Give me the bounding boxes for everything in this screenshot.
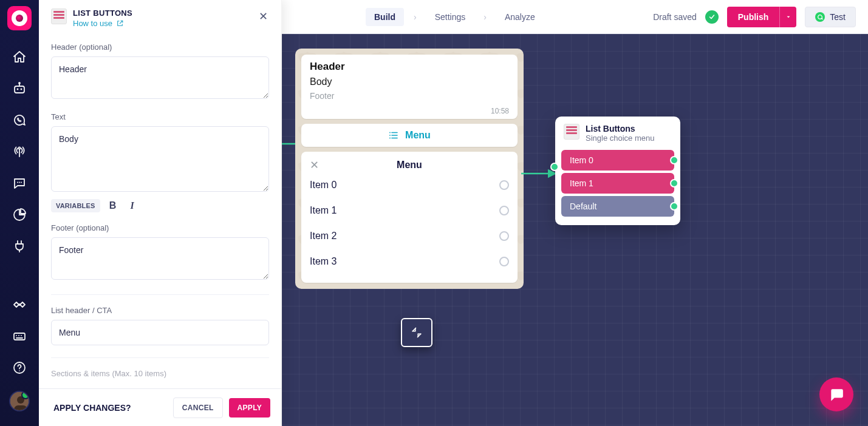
svg-point-17 (389, 138, 391, 139)
bold-button[interactable]: B (106, 199, 120, 212)
header-input[interactable] (51, 56, 269, 99)
publish-button[interactable]: Publish (727, 7, 780, 27)
saved-check-icon (705, 10, 719, 24)
collapse-preview-button[interactable] (401, 318, 432, 347)
node-option-label: Item 0 (570, 155, 593, 165)
node-option-label: Item 1 (570, 178, 593, 188)
italic-button[interactable]: I (126, 199, 139, 212)
preview-body: Body (310, 76, 509, 87)
tab-settings[interactable]: Settings (426, 8, 474, 26)
radio-icon (499, 231, 509, 241)
node-title: List Buttons (586, 124, 654, 134)
text-label: Text (51, 112, 269, 121)
message-bubble: Header Body Footer 10:58 (301, 55, 518, 119)
test-button[interactable]: Test (805, 7, 856, 27)
node-output-port[interactable] (670, 156, 678, 164)
whatsapp-icon[interactable] (11, 112, 28, 129)
sections-label: Sections & items (Max. 10 items) (51, 369, 269, 378)
support-chat-button[interactable] (819, 377, 853, 411)
header-label: Header (optional) (51, 42, 269, 52)
user-avatar[interactable] (9, 391, 30, 411)
preview-timestamp: 10:58 (310, 107, 509, 115)
close-panel-button[interactable]: ✕ (256, 8, 270, 24)
list-item[interactable]: Item 1 (310, 198, 509, 223)
text-toolbar: VARIABLES B I (51, 199, 269, 212)
apply-changes-label: APPLY CHANGES? (53, 403, 131, 413)
whatsapp-badge-icon (815, 12, 825, 22)
analytics-icon[interactable] (11, 206, 28, 223)
node-input-port[interactable] (550, 163, 559, 171)
list-item[interactable]: Item 2 (310, 223, 509, 249)
preview-menu-sheet: ✕ Menu Item 0 Item 1 Item 2 Item 3 (301, 152, 518, 283)
svg-point-2 (21, 89, 22, 90)
compress-icon (411, 327, 422, 338)
text-input[interactable] (51, 126, 269, 192)
svg-point-7 (21, 182, 22, 183)
radio-icon (499, 206, 509, 215)
brand-logo[interactable] (7, 6, 32, 30)
list-item[interactable]: Item 3 (310, 249, 509, 274)
svg-point-16 (389, 135, 391, 136)
whatsapp-preview: Header Body Footer 10:58 Menu ✕ Menu Ite… (295, 49, 524, 289)
svg-rect-0 (15, 86, 24, 93)
preview-menu-button[interactable]: Menu (301, 124, 518, 147)
list-item[interactable]: Item 0 (310, 172, 509, 198)
svg-point-15 (389, 132, 391, 134)
node-output-port[interactable] (670, 202, 678, 211)
panel-body: Header (optional) Text VARIABLES B I Foo… (39, 34, 281, 388)
canvas[interactable]: Header Body Footer 10:58 Menu ✕ Menu Ite… (282, 34, 868, 426)
footer-input[interactable] (51, 237, 269, 280)
svg-point-12 (17, 396, 24, 404)
preview-menu-label: Menu (405, 130, 431, 141)
block-type-icon (51, 8, 67, 24)
integrations-icon[interactable] (11, 238, 28, 255)
svg-point-3 (19, 83, 20, 84)
preview-footer: Footer (310, 91, 509, 101)
cancel-button[interactable]: CANCEL (173, 397, 223, 418)
topbar-right: Draft saved Publish Test (653, 7, 856, 27)
topbar: Build › Settings › Analyze Draft saved P… (282, 0, 868, 34)
flow-node-list-buttons[interactable]: List Buttons Single choice menu Item 0 I… (555, 117, 680, 225)
svg-rect-8 (14, 333, 25, 340)
chevron-right-icon: › (482, 12, 488, 22)
tab-build[interactable]: Build (366, 8, 404, 26)
nav-primary (11, 49, 28, 255)
node-option[interactable]: Item 0 (561, 150, 674, 171)
sheet-close-button[interactable]: ✕ (310, 158, 319, 172)
draft-saved-label: Draft saved (653, 12, 697, 22)
list-item-label: Item 1 (310, 205, 337, 216)
node-option[interactable]: Item 1 (561, 173, 674, 194)
node-header: List Buttons Single choice menu (560, 123, 675, 147)
list-item-label: Item 0 (310, 180, 337, 191)
help-icon[interactable] (11, 359, 28, 376)
chevron-down-icon (785, 14, 791, 20)
node-output-port[interactable] (670, 179, 678, 188)
tab-analyze[interactable]: Analyze (496, 8, 544, 26)
publish-group: Publish (727, 7, 797, 27)
apply-button[interactable]: APPLY (229, 398, 270, 418)
radio-icon (499, 257, 509, 266)
bot-icon[interactable] (11, 80, 28, 97)
chat-bubble-icon (829, 387, 844, 402)
panel-footer: APPLY CHANGES? CANCEL APPLY (39, 388, 281, 426)
external-link-icon (116, 19, 124, 27)
keyboard-icon[interactable] (11, 328, 28, 345)
home-icon[interactable] (11, 49, 28, 66)
broadcast-icon[interactable] (11, 143, 28, 160)
list-item-label: Item 3 (310, 256, 337, 267)
list-icon (388, 130, 399, 141)
cta-label: List header / CTA (51, 306, 269, 315)
how-to-use-link[interactable]: How to use (73, 19, 132, 28)
node-option-label: Default (570, 201, 596, 211)
panel-header: LIST BUTTONS How to use ✕ (39, 0, 281, 34)
cta-input[interactable] (51, 320, 269, 345)
handshake-icon[interactable] (11, 296, 28, 313)
svg-point-1 (17, 89, 19, 90)
svg-rect-13 (14, 405, 27, 411)
tabs: Build › Settings › Analyze (366, 8, 544, 26)
variables-button[interactable]: VARIABLES (51, 199, 100, 212)
node-option-default[interactable]: Default (561, 196, 674, 217)
panel-title: LIST BUTTONS (73, 8, 132, 18)
chat-icon[interactable] (11, 175, 28, 192)
publish-dropdown-button[interactable] (779, 7, 796, 27)
